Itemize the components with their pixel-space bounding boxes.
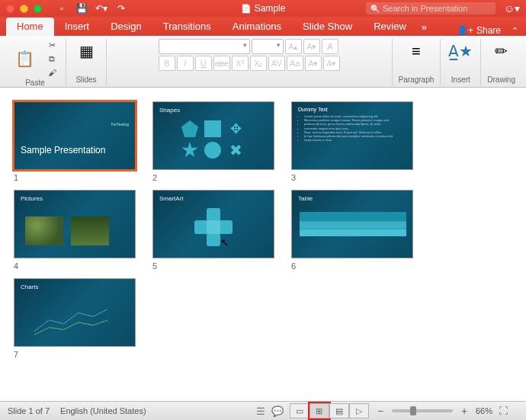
drawing-label: Drawing bbox=[487, 75, 515, 85]
redo-icon[interactable]: ↷ bbox=[115, 2, 127, 14]
slide-thumb-5[interactable]: SmartArt ↖ 5 bbox=[152, 190, 274, 271]
slide-thumb-7[interactable]: Charts 7 bbox=[14, 278, 136, 359]
save-as-icon[interactable]: 💾 bbox=[75, 2, 88, 14]
slide-thumb-6[interactable]: Table 6 bbox=[291, 190, 413, 271]
chart-graphic bbox=[30, 302, 120, 338]
slide-thumb-1[interactable]: ForTesting Sample Presentation 1 bbox=[14, 101, 136, 182]
copy-button[interactable]: ⧉ bbox=[44, 53, 59, 65]
close-window-button[interactable] bbox=[6, 5, 14, 13]
reading-view-button[interactable]: ▤ bbox=[329, 403, 349, 418]
paragraph-icon: ≡ bbox=[406, 40, 427, 62]
new-slide-icon: ▦ bbox=[75, 40, 97, 62]
ribbon-tabs: Home Insert Design Transitions Animation… bbox=[0, 17, 526, 36]
strike-button[interactable]: abc bbox=[213, 56, 230, 71]
slide-title: Dummy Text bbox=[298, 107, 406, 112]
tab-animations[interactable]: Animations bbox=[222, 18, 292, 36]
cut-button[interactable]: ✂ bbox=[44, 39, 59, 51]
grow-font-button[interactable]: A▴ bbox=[285, 39, 302, 54]
title-bar: ▫ 💾 ↶▾ ↷ Sample ☺▾ bbox=[0, 0, 526, 17]
slide-title: Charts bbox=[14, 279, 135, 295]
quick-access-toolbar: ▫ 💾 ↶▾ ↷ bbox=[56, 2, 127, 14]
font-name-combo[interactable] bbox=[159, 39, 250, 54]
slide-counter: Slide 1 of 7 bbox=[8, 406, 50, 415]
tabs-overflow[interactable]: » bbox=[417, 18, 431, 36]
normal-view-button[interactable]: ▭ bbox=[290, 403, 310, 418]
format-painter-button[interactable]: 🖌 bbox=[44, 66, 59, 79]
account-icon[interactable]: ☺▾ bbox=[504, 2, 520, 14]
language-indicator[interactable]: English (United States) bbox=[60, 406, 146, 415]
slide-thumb-3[interactable]: Dummy Text Lorem ipsum dolor sit amet, c… bbox=[291, 101, 413, 182]
subscript-button[interactable]: X₂ bbox=[250, 56, 267, 71]
zoom-in-button[interactable]: + bbox=[459, 405, 470, 417]
save-icon[interactable]: ▫ bbox=[56, 2, 68, 14]
paragraph-button[interactable]: ≡ bbox=[403, 39, 430, 63]
search-box[interactable] bbox=[366, 2, 496, 14]
notes-button[interactable]: ☰ bbox=[256, 406, 265, 417]
slide-number: 4 bbox=[14, 261, 136, 271]
fit-to-window-button[interactable]: ⛶ bbox=[499, 406, 508, 416]
insert-button[interactable]: A̲★ bbox=[447, 39, 474, 63]
status-bar: Slide 1 of 7 English (United States) ☰ 💬… bbox=[0, 401, 526, 420]
slideshow-view-button[interactable]: ▷ bbox=[349, 403, 369, 418]
slide-number: 5 bbox=[152, 261, 274, 271]
slide-thumb-4[interactable]: Pictures 4 bbox=[14, 190, 136, 271]
sorter-view-button[interactable]: ⊞ bbox=[310, 403, 329, 418]
slide-title: SmartArt bbox=[153, 191, 274, 207]
paste-icon: 📋 bbox=[14, 48, 35, 69]
italic-button[interactable]: I bbox=[177, 56, 194, 71]
comments-button[interactable]: 💬 bbox=[271, 406, 284, 417]
insert-label: Insert bbox=[451, 75, 470, 85]
slide-number: 2 bbox=[152, 173, 274, 182]
slide-title: Pictures bbox=[14, 191, 135, 207]
slide-bullets: Lorem ipsum dolor sit amet, consectetur … bbox=[298, 114, 406, 142]
tab-home[interactable]: Home bbox=[6, 18, 54, 36]
clear-format-button[interactable]: A̸ bbox=[322, 39, 338, 54]
search-input[interactable] bbox=[383, 4, 491, 13]
minimize-window-button[interactable] bbox=[20, 5, 28, 13]
share-label: Share bbox=[476, 25, 501, 36]
slide-number: 3 bbox=[291, 173, 413, 182]
window-controls bbox=[6, 5, 42, 13]
tab-design[interactable]: Design bbox=[100, 18, 152, 36]
underline-button[interactable]: U bbox=[195, 56, 212, 71]
share-button[interactable]: 👤+ Share bbox=[457, 25, 501, 36]
pictures-graphic bbox=[25, 216, 109, 245]
font-color-button[interactable]: A▾ bbox=[305, 56, 322, 71]
slide-title: Table bbox=[292, 191, 412, 207]
drawing-group: ✏ Drawing bbox=[481, 39, 521, 85]
change-case-button[interactable]: Aa bbox=[287, 56, 303, 71]
undo-icon[interactable]: ↶▾ bbox=[95, 2, 107, 14]
view-buttons: ▭ ⊞ ▤ ▷ bbox=[290, 403, 369, 418]
highlight-button[interactable]: A▾ bbox=[323, 56, 340, 71]
collapse-ribbon-icon[interactable]: ⌃ bbox=[512, 26, 518, 36]
shapes-graphic: ✥ ✖ bbox=[181, 120, 245, 159]
bold-button[interactable]: B bbox=[159, 56, 175, 71]
slide-sorter-view[interactable]: ForTesting Sample Presentation 1 Shapes … bbox=[0, 88, 526, 401]
insert-icon: A̲★ bbox=[450, 40, 471, 62]
tab-slideshow[interactable]: Slide Show bbox=[292, 18, 363, 36]
superscript-button[interactable]: X² bbox=[232, 56, 249, 71]
zoom-percent[interactable]: 66% bbox=[476, 406, 492, 415]
slide-thumb-2[interactable]: Shapes ✥ ✖ 2 bbox=[152, 101, 274, 182]
font-group: A▴ A▾ A̸ B I U abc X² X₂ AV Aa A▾ A▾ bbox=[107, 39, 393, 85]
paste-button[interactable]: 📋 bbox=[11, 46, 38, 71]
slides-label: Slides bbox=[75, 75, 96, 85]
zoom-window-button[interactable] bbox=[34, 5, 42, 13]
new-slide-button[interactable]: ▦ bbox=[72, 39, 100, 63]
clipboard-group: 📋 ✂ ⧉ 🖌 Paste bbox=[5, 39, 66, 85]
font-size-combo[interactable] bbox=[252, 39, 284, 54]
tab-transitions[interactable]: Transitions bbox=[152, 18, 222, 36]
slide-number: 7 bbox=[14, 350, 136, 359]
insert-group: A̲★ Insert bbox=[441, 39, 481, 85]
slide-number: 6 bbox=[291, 261, 413, 271]
drawing-button[interactable]: ✏ bbox=[488, 39, 515, 63]
slide-main-title: Sample Presentation bbox=[21, 145, 105, 155]
zoom-slider[interactable] bbox=[392, 409, 453, 412]
shrink-font-button[interactable]: A▾ bbox=[303, 39, 320, 54]
zoom-out-button[interactable]: − bbox=[375, 405, 386, 417]
tab-insert[interactable]: Insert bbox=[54, 18, 101, 36]
slide-title: Shapes bbox=[153, 102, 274, 118]
spacing-button[interactable]: AV bbox=[268, 56, 285, 71]
tab-review[interactable]: Review bbox=[363, 18, 417, 36]
drawing-icon: ✏ bbox=[491, 40, 512, 62]
